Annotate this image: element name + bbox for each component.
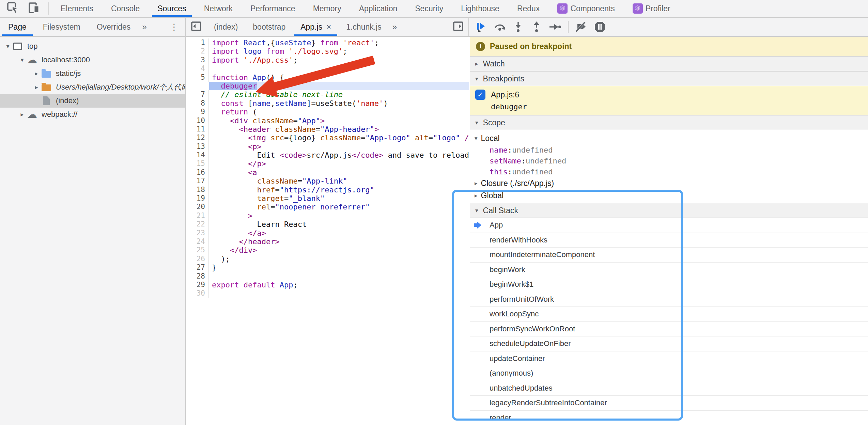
callstack-frame-app[interactable]: App [470,218,868,233]
code-line-text[interactable]: Edit <code>src/App.js</code> and save to… [209,151,469,159]
tab-profiler[interactable]: ⚛Profiler [624,0,679,17]
chevron-right-icon[interactable]: ▸ [32,70,41,77]
hide-navigator-icon[interactable] [191,21,202,33]
tree-item-static-js[interactable]: ▸static/js [0,67,185,80]
source-editor[interactable]: 1import React,{useState} from 'react';2i… [187,37,469,425]
step-into-icon[interactable] [511,19,526,34]
scope-group-local[interactable]: ▾Local [470,132,868,144]
tab-components[interactable]: ⚛Components [548,0,623,17]
gutter-line-number[interactable]: 17 [187,177,209,185]
callstack-frame-render[interactable]: render [470,411,868,425]
gutter-line-number[interactable]: 14 [187,151,209,159]
tab-redux[interactable]: Redux [508,0,548,17]
code-line-text[interactable]: // eslint-disable-next-line [209,90,469,99]
editor-more-tabs-chevron[interactable]: » [389,22,400,32]
tree-item--index-[interactable]: (index) [0,94,185,108]
scope-variable-name[interactable]: name: undefined [470,144,868,155]
gutter-line-number[interactable]: 3 [187,56,209,64]
gutter-line-number[interactable]: 26 [187,255,209,263]
step-out-icon[interactable] [529,19,544,34]
resume-script-icon[interactable] [474,19,489,34]
callstack-frame-scheduleupdateonfiber[interactable]: scheduleUpdateOnFiber [470,336,868,351]
gutter-line-number[interactable]: 15 [187,159,209,168]
gutter-line-number[interactable]: 20 [187,203,209,211]
code-line-text[interactable] [209,272,469,281]
navigator-more-tabs-chevron[interactable]: » [139,22,150,32]
gutter-line-number[interactable]: 8 [187,99,209,108]
code-line-text[interactable]: ); [209,255,469,263]
chevron-right-icon[interactable]: ▸ [18,111,27,118]
gutter-line-number[interactable]: 30 [187,289,209,298]
navigator-tab-overrides[interactable]: Overrides [89,18,139,36]
breakpoints-section-header[interactable]: ▾ Breakpoints [470,71,868,86]
gutter-line-number[interactable]: 21 [187,211,209,220]
close-tab-icon[interactable]: × [326,22,331,32]
gutter-line-number[interactable]: 7 [187,90,209,99]
scope-section-header[interactable]: ▾ Scope [470,115,868,130]
gutter-line-number[interactable]: 25 [187,246,209,254]
watch-section-header[interactable]: ▸ Watch [470,56,868,71]
gutter-line-number[interactable]: 19 [187,194,209,203]
device-toolbar-icon[interactable] [28,2,40,15]
gutter-line-number[interactable]: 29 [187,281,209,289]
gutter-line-number[interactable]: 16 [187,168,209,177]
gutter-line-number[interactable]: 2 [187,47,209,56]
tab-network[interactable]: Network [195,0,242,17]
inspect-element-icon[interactable] [7,2,19,15]
code-line-text[interactable]: export default App; [209,281,469,289]
chevron-down-icon[interactable]: ▾ [3,43,12,50]
code-line-text[interactable]: import logo from './logo.svg'; [209,47,469,56]
breakpoint-checkbox[interactable]: ✓ [475,90,485,100]
gutter-line-number[interactable]: 5 [187,73,209,82]
code-line-text[interactable]: <header className="App-header"> [209,125,469,133]
scope-group-global[interactable]: ▸Global [470,189,868,202]
tab-security[interactable]: Security [406,0,452,17]
editor-tab-bootstrap[interactable]: bootstrap [245,18,293,36]
editor-tab-1.chunk.js[interactable]: 1.chunk.js [339,18,389,36]
callstack-frame-performsyncworkonroot[interactable]: performSyncWorkOnRoot [470,322,868,337]
scope-variable-setName[interactable]: setName: undefined [470,155,868,166]
code-line-text[interactable] [209,64,469,73]
navigator-menu-icon[interactable]: ⋮ [163,22,185,32]
gutter-line-number[interactable]: 11 [187,125,209,133]
callstack-section-header[interactable]: ▾ Call Stack [470,203,868,218]
code-line-text[interactable]: <img src={logo} className="App-logo" alt… [209,133,469,142]
callstack-frame-workloopsync[interactable]: workLoopSync [470,307,868,322]
chevron-down-icon[interactable]: ▾ [18,56,27,64]
gutter-line-number[interactable]: 9 [187,108,209,116]
code-line-text[interactable]: function App() { [209,73,469,82]
gutter-line-number[interactable]: 23 [187,229,209,237]
callstack-frame-performunitofwork[interactable]: performUnitOfWork [470,292,868,307]
code-line-text[interactable]: import React,{useState} from 'react'; [209,38,469,47]
code-line-text[interactable]: </a> [209,229,469,237]
callstack-frame-unbatchedupdates[interactable]: unbatchedUpdates [470,381,868,396]
pause-on-exceptions-icon[interactable] [592,19,607,34]
gutter-line-number[interactable]: 24 [187,237,209,246]
scope-group-closure[interactable]: ▸Closure (./src/App.js) [470,177,868,189]
tab-performance[interactable]: Performance [242,0,304,17]
gutter-line-number[interactable]: 10 [187,116,209,125]
deactivate-breakpoints-icon[interactable] [574,19,589,34]
callstack-frame-legacyrendersubtreeintocontainer[interactable]: legacyRenderSubtreeIntoContainer [470,396,868,411]
scope-variable-this[interactable]: this: undefined [470,166,868,177]
callstack-frame-mountindeterminatecomponent[interactable]: mountIndeterminateComponent [470,248,868,263]
code-line-text[interactable]: } [209,263,469,272]
tab-memory[interactable]: Memory [304,0,350,17]
tree-item-localhost-3000[interactable]: ▾☁localhost:3000 [0,53,185,67]
gutter-line-number[interactable]: 28 [187,272,209,281]
gutter-line-number[interactable]: 6 [187,82,209,90]
code-line-text[interactable]: import './App.css'; [209,56,469,64]
step-over-icon[interactable] [492,19,507,34]
code-line-text[interactable]: Learn React [209,220,469,229]
code-line-text[interactable] [209,289,469,298]
step-icon[interactable] [547,19,562,34]
code-line-text[interactable]: <p> [209,142,469,151]
show-debugger-icon[interactable] [453,21,464,33]
code-line-text[interactable]: debugger [209,82,469,90]
gutter-line-number[interactable]: 13 [187,142,209,151]
chevron-right-icon[interactable]: ▸ [32,83,41,91]
gutter-line-number[interactable]: 27 [187,263,209,272]
editor-tab-(index)[interactable]: (index) [206,18,245,36]
code-line-text[interactable]: <div className="App"> [209,116,469,125]
gutter-line-number[interactable]: 4 [187,64,209,73]
